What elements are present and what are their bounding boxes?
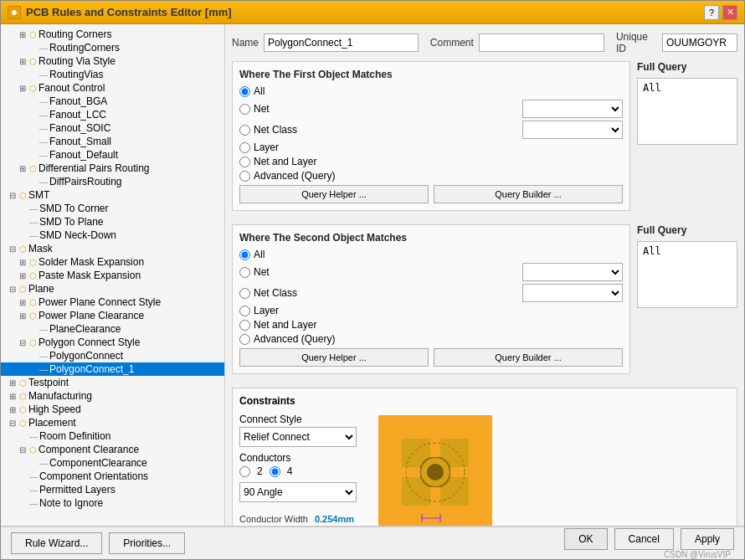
second-advanced-radio[interactable] bbox=[239, 334, 250, 345]
tree-label: Component Orientations bbox=[39, 470, 148, 482]
tree-paste-mask[interactable]: ⊞ ⬡ Paste Mask Expansion bbox=[1, 269, 224, 282]
tree-polygon-connect-style[interactable]: ⊟ ⬡ Polygon Connect Style bbox=[1, 336, 224, 349]
tree-componentclearance[interactable]: — ComponentClearance bbox=[1, 456, 224, 470]
second-net-radio[interactable] bbox=[239, 267, 250, 278]
expand-icon: ⊞ bbox=[18, 84, 28, 93]
tree-plane-clearance[interactable]: — PlaneClearance bbox=[1, 322, 224, 336]
tree-label: Placement bbox=[28, 417, 76, 429]
apply-button[interactable]: Apply bbox=[681, 528, 734, 550]
rule-wizard-button[interactable]: Rule Wizard... bbox=[11, 532, 102, 554]
second-net-dropdown[interactable] bbox=[522, 263, 623, 281]
tree-polygon-connect[interactable]: — PolygonConnect bbox=[1, 349, 224, 362]
first-layer-row: Layer bbox=[239, 141, 623, 153]
first-object-panel: Where The First Object Matches All Net N… bbox=[232, 61, 630, 211]
conductors-label: Conductors bbox=[239, 452, 357, 464]
tree-solder-mask[interactable]: ⊞ ⬡ Solder Mask Expansion bbox=[1, 255, 224, 269]
second-object-section: Where The Second Object Matches All Net … bbox=[232, 224, 737, 381]
ok-button[interactable]: OK bbox=[564, 528, 607, 550]
tree-node-icon: — bbox=[39, 70, 48, 80]
tree-routingcorners[interactable]: — RoutingCorners bbox=[1, 41, 224, 54]
tree-label: Power Plane Clearance bbox=[39, 310, 144, 321]
uid-input[interactable] bbox=[662, 33, 737, 52]
comment-input[interactable] bbox=[479, 33, 604, 52]
tree-fanout-bga[interactable]: — Fanout_BGA bbox=[1, 95, 224, 108]
tree-note-to-ignore[interactable]: — Note to Ignore bbox=[1, 496, 224, 510]
tree-component-orientations[interactable]: — Component Orientations bbox=[1, 470, 224, 483]
tree-label: DiffPairsRouting bbox=[49, 176, 121, 188]
tree-node-icon: — bbox=[39, 110, 48, 120]
first-query-builder-btn[interactable]: Query Builder ... bbox=[434, 185, 623, 203]
second-full-query-panel: Full Query All bbox=[637, 224, 737, 381]
first-query-helper-btn[interactable]: Query Helper ... bbox=[239, 185, 429, 203]
second-netlayer-radio[interactable] bbox=[239, 320, 250, 331]
tree-label: Fanout_LCC bbox=[49, 109, 106, 121]
expand-icon: ⊞ bbox=[18, 258, 28, 267]
main-window: PCB Rules and Constraints Editor [mm] ? … bbox=[0, 0, 745, 560]
second-netclass-dropdown[interactable] bbox=[522, 284, 623, 302]
second-netlayer-row: Net and Layer bbox=[239, 319, 623, 331]
first-netclass-radio[interactable] bbox=[239, 125, 250, 136]
help-button[interactable]: ? bbox=[704, 5, 719, 20]
tree-component-clearance[interactable]: ⊟ ⬡ Component Clearance bbox=[1, 443, 224, 456]
second-netclass-row: Net Class bbox=[239, 284, 623, 302]
conductor-2-radio[interactable] bbox=[239, 466, 250, 477]
expand-icon: ⊞ bbox=[8, 405, 18, 414]
tree-smd-plane[interactable]: — SMD To Plane bbox=[1, 215, 224, 229]
tree-power-plane-clearance[interactable]: ⊞ ⬡ Power Plane Clearance bbox=[1, 309, 224, 322]
conductor-4-radio[interactable] bbox=[270, 466, 280, 477]
tree-diff-pairs[interactable]: ⊞ ⬡ Differential Pairs Routing bbox=[1, 162, 224, 175]
first-netclass-dropdown[interactable] bbox=[522, 121, 623, 139]
tree-smt[interactable]: ⊟ ⬡ SMT bbox=[1, 188, 224, 202]
second-all-radio[interactable] bbox=[239, 249, 250, 260]
first-advanced-radio[interactable] bbox=[239, 171, 250, 182]
expand-icon: ⊟ bbox=[18, 445, 28, 455]
connect-style-select[interactable]: Relief Connect Direct Connect No Connect bbox=[239, 427, 357, 447]
tree-node-icon: ⬡ bbox=[29, 164, 37, 173]
angle-select[interactable]: 90 Angle 45 Angle bbox=[239, 482, 357, 502]
tree-fanout-default[interactable]: — Fanout_Default bbox=[1, 148, 224, 162]
tree-mask[interactable]: ⊟ ⬡ Mask bbox=[1, 242, 224, 255]
second-query-helper-btn[interactable]: Query Helper ... bbox=[239, 348, 429, 367]
first-all-radio[interactable] bbox=[239, 86, 250, 97]
tree-smd-neckdown[interactable]: — SMD Neck-Down bbox=[1, 229, 224, 242]
bottom-right-buttons: OK Cancel Apply bbox=[564, 528, 734, 550]
tree-node-icon: ⬡ bbox=[29, 30, 37, 39]
tree-routing-via-style[interactable]: ⊞ ⬡ Routing Via Style bbox=[1, 54, 224, 68]
first-netlayer-radio[interactable] bbox=[239, 157, 250, 167]
first-layer-radio[interactable] bbox=[239, 142, 250, 153]
second-netclass-radio[interactable] bbox=[239, 288, 250, 299]
name-input[interactable] bbox=[264, 33, 419, 52]
second-query-builder-btn[interactable]: Query Builder ... bbox=[434, 348, 623, 367]
tree-smd-corner[interactable]: — SMD To Corner bbox=[1, 202, 224, 215]
tree-fanout-soic[interactable]: — Fanout_SOIC bbox=[1, 121, 224, 135]
first-net-radio[interactable] bbox=[239, 104, 250, 115]
tree-routing-corners[interactable]: ⊞ ⬡ Routing Corners bbox=[1, 28, 224, 41]
tree-label: Component Clearance bbox=[39, 444, 139, 455]
bottom-right-area: OK Cancel Apply CSDN @VirusVIP bbox=[564, 528, 734, 559]
tree-fanout-small[interactable]: — Fanout_Small bbox=[1, 135, 224, 148]
cancel-button[interactable]: Cancel bbox=[614, 528, 674, 550]
first-net-dropdown[interactable] bbox=[522, 100, 623, 118]
priorities-button[interactable]: Priorities... bbox=[109, 532, 185, 554]
tree-label: Fanout Control bbox=[39, 82, 105, 94]
tree-routingvias[interactable]: — RoutingVias bbox=[1, 68, 224, 81]
tree-diffpairsrouting[interactable]: — DiffPairsRouting bbox=[1, 175, 224, 188]
tree-high-speed[interactable]: ⊞ ⬡ High Speed bbox=[1, 403, 224, 416]
second-layer-radio[interactable] bbox=[239, 306, 250, 316]
tree-fanout-control[interactable]: ⊞ ⬡ Fanout Control bbox=[1, 81, 224, 95]
expand-icon: ⊞ bbox=[18, 311, 28, 321]
tree-room-definition[interactable]: — Room Definition bbox=[1, 429, 224, 443]
tree-placement[interactable]: ⊟ ⬡ Placement bbox=[1, 416, 224, 429]
tree-testpoint[interactable]: ⊞ ⬡ Testpoint bbox=[1, 376, 224, 389]
tree-permitted-layers[interactable]: — Permitted Layers bbox=[1, 483, 224, 496]
content-area: ⊞ ⬡ Routing Corners — RoutingCorners ⊞ ⬡… bbox=[1, 24, 744, 526]
constraints-title: Constraints bbox=[239, 395, 730, 407]
tree-polygon-connect-1[interactable]: — PolygonConnect_1 bbox=[1, 362, 224, 376]
tree-manufacturing[interactable]: ⊞ ⬡ Manufacturing bbox=[1, 389, 224, 403]
tree-node-icon: ⬡ bbox=[19, 419, 27, 428]
tree-fanout-lcc[interactable]: — Fanout_LCC bbox=[1, 108, 224, 121]
svg-rect-7 bbox=[387, 467, 420, 477]
tree-plane[interactable]: ⊟ ⬡ Plane bbox=[1, 282, 224, 295]
tree-power-plane-connect[interactable]: ⊞ ⬡ Power Plane Connect Style bbox=[1, 295, 224, 309]
close-button[interactable]: ✕ bbox=[722, 5, 737, 20]
